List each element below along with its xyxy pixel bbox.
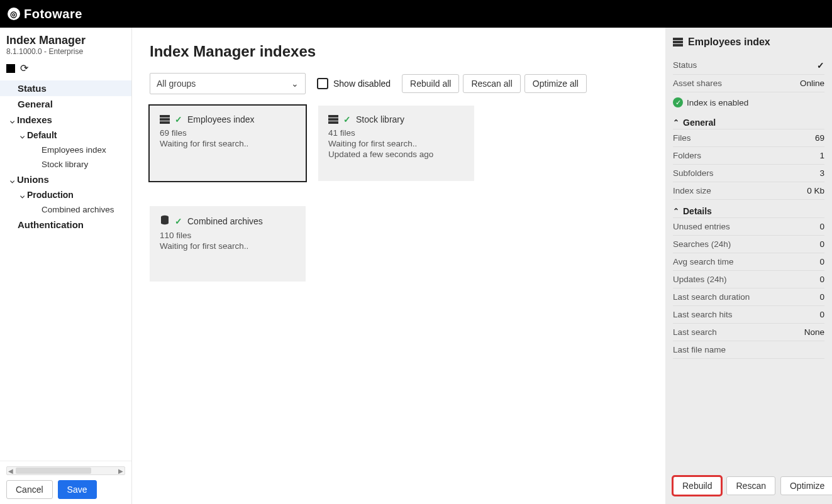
check-icon: ✓ — [175, 216, 182, 226]
svg-rect-4 — [328, 118, 338, 121]
card-status: Waiting for first search.. — [160, 139, 296, 148]
card-status: Waiting for first search.. — [160, 241, 296, 251]
svg-rect-3 — [328, 115, 338, 118]
card-files: 69 files — [160, 128, 296, 138]
card-title: Combined archives — [187, 216, 263, 226]
details-title: Employees index — [688, 36, 770, 48]
svg-rect-9 — [673, 44, 683, 47]
rescan-all-button[interactable]: Rescan all — [463, 74, 520, 93]
sidebar-hscroll[interactable]: ◀ ▶ — [6, 466, 125, 475]
searches-value: 0 — [819, 239, 824, 249]
reload-icon[interactable]: ⟳ — [20, 62, 28, 74]
card-title: Stock library — [356, 114, 404, 124]
svg-rect-2 — [160, 121, 170, 124]
brand-logo: ◎ Fotoware — [8, 7, 82, 21]
lastsearch-value: None — [804, 327, 824, 337]
status-check-icon: ✓ — [817, 60, 824, 70]
index-card-employees[interactable]: ✓ Employees index 69 files Waiting for f… — [150, 106, 306, 181]
updates-label: Updates (24h) — [673, 275, 727, 284]
nav-auth[interactable]: Authentication — [0, 217, 131, 233]
group-select[interactable]: All groups ⌄ — [150, 73, 306, 94]
card-status: Waiting for first search.. — [328, 139, 464, 148]
check-icon: ✓ — [343, 114, 351, 124]
show-disabled-toggle[interactable]: Show disabled — [317, 78, 391, 89]
rebuild-all-button[interactable]: Rebuild all — [402, 74, 459, 93]
checkbox-icon — [317, 78, 328, 89]
lastfile-label: Last file name — [673, 345, 726, 354]
lastsearch-label: Last search — [673, 327, 717, 337]
index-card-combined[interactable]: ✓ Combined archives 110 files Waiting fo… — [150, 206, 306, 282]
details-panel: Employees index Status✓ Asset sharesOnli… — [665, 28, 832, 504]
svg-rect-5 — [328, 121, 338, 124]
card-files: 110 files — [160, 231, 296, 240]
check-icon: ✓ — [175, 114, 182, 124]
files-value: 69 — [815, 133, 824, 143]
rebuild-button[interactable]: Rebuild — [673, 476, 721, 495]
unused-label: Unused entries — [673, 222, 730, 231]
nav-employees[interactable]: Employees index — [0, 143, 131, 157]
app-title: Index Manager — [6, 34, 125, 47]
section-general[interactable]: General — [673, 111, 824, 129]
svg-rect-0 — [160, 115, 170, 118]
size-value: 0 Kb — [807, 186, 824, 195]
main-content: Index Manager indexes All groups ⌄ Show … — [132, 28, 665, 504]
enabled-label: Index is enabled — [687, 98, 748, 107]
index-card-stock[interactable]: ✓ Stock library 41 files Waiting for fir… — [318, 106, 474, 181]
size-label: Index size — [673, 186, 711, 195]
nav-tree: Status General Indexes Default Employees… — [0, 80, 131, 461]
optimize-all-button[interactable]: Optimize all — [524, 74, 587, 93]
brand-text: Fotoware — [24, 7, 82, 21]
nav-production[interactable]: Production — [0, 187, 131, 202]
enabled-check-icon: ✓ — [673, 97, 683, 107]
unused-value: 0 — [819, 222, 824, 231]
top-bar: ◎ Fotoware — [0, 0, 832, 28]
files-label: Files — [673, 133, 691, 143]
card-files: 41 files — [328, 128, 464, 138]
nav-status[interactable]: Status — [0, 80, 131, 96]
lastdur-value: 0 — [819, 292, 824, 302]
rescan-button[interactable]: Rescan — [726, 476, 775, 495]
asset-shares-value: Online — [800, 79, 824, 88]
optimize-button[interactable]: Optimize — [780, 476, 832, 495]
avg-label: Avg search time — [673, 257, 734, 266]
sidebar: Index Manager 8.1.1000.0 - Enterprise ⟳ … — [0, 28, 132, 504]
svg-rect-7 — [673, 38, 683, 40]
server-icon — [673, 38, 683, 47]
brand-icon: ◎ — [8, 8, 20, 20]
nav-indexes[interactable]: Indexes — [0, 112, 131, 128]
updates-value: 0 — [819, 275, 824, 284]
show-disabled-label: Show disabled — [333, 79, 391, 89]
app-version: 8.1.1000.0 - Enterprise — [6, 47, 125, 56]
server-icon — [160, 115, 170, 124]
lasthits-value: 0 — [819, 310, 824, 319]
group-select-value: All groups — [157, 79, 196, 89]
nav-stock[interactable]: Stock library — [0, 157, 131, 172]
svg-rect-1 — [160, 118, 170, 121]
status-label: Status — [673, 60, 697, 70]
section-details[interactable]: Details — [673, 200, 824, 218]
lasthits-label: Last search hits — [673, 310, 733, 319]
stop-icon[interactable] — [6, 64, 15, 73]
nav-general[interactable]: General — [0, 96, 131, 112]
save-button[interactable]: Save — [58, 480, 97, 499]
searches-label: Searches (24h) — [673, 239, 731, 249]
folders-value: 1 — [819, 151, 824, 160]
subfolders-label: Subfolders — [673, 168, 714, 178]
folders-label: Folders — [673, 151, 701, 160]
avg-value: 0 — [819, 257, 824, 266]
server-icon — [328, 115, 338, 124]
database-icon — [160, 215, 170, 227]
chevron-down-icon: ⌄ — [291, 79, 299, 89]
cancel-button[interactable]: Cancel — [6, 480, 53, 499]
card-title: Employees index — [187, 114, 255, 124]
nav-unions[interactable]: Unions — [0, 172, 131, 187]
nav-default[interactable]: Default — [0, 128, 131, 143]
card-updated: Updated a few seconds ago — [328, 150, 464, 159]
subfolders-value: 3 — [819, 168, 824, 178]
nav-combined[interactable]: Combined archives — [0, 202, 131, 217]
lastdur-label: Last search duration — [673, 292, 750, 302]
asset-shares-label: Asset shares — [673, 79, 722, 88]
page-title: Index Manager indexes — [150, 43, 648, 60]
svg-rect-8 — [673, 41, 683, 43]
